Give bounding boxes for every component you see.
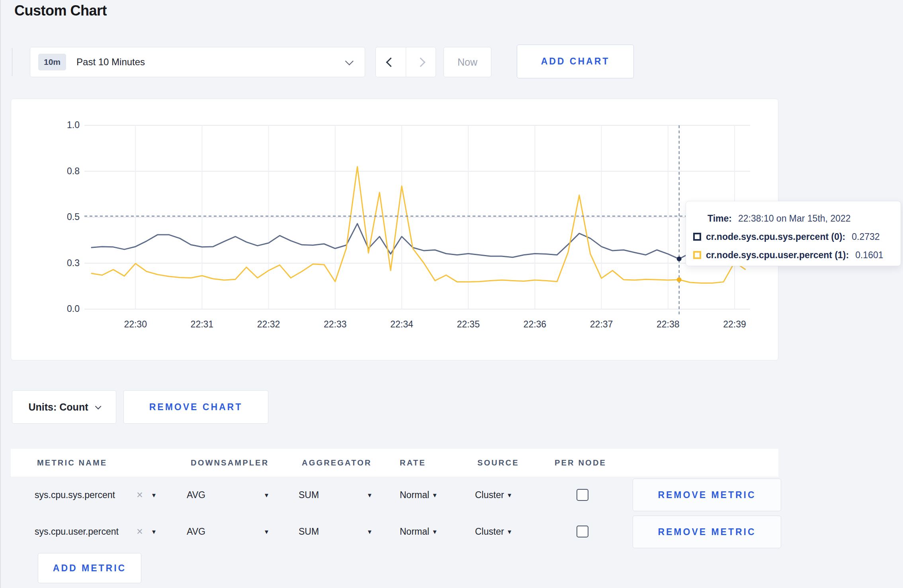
clear-metric-icon[interactable]: × — [137, 489, 143, 501]
remove-metric-button[interactable]: REMOVE METRIC — [633, 516, 781, 548]
per-node-checkbox[interactable] — [577, 526, 588, 537]
y-axis-tick-label: 0.3 — [56, 258, 80, 269]
col-header-per-node: PER NODE — [555, 458, 606, 467]
aggregator-select[interactable]: SUM — [299, 526, 319, 537]
metric-table-row: sys.cpu.user.percent × ▼ AVG ▼ SUM ▼ Nor… — [11, 513, 778, 550]
time-next-button[interactable] — [406, 47, 436, 77]
metrics-table-header: METRIC NAME DOWNSAMPLER AGGREGATOR RATE … — [11, 449, 778, 477]
time-range-selector[interactable]: 10m Past 10 Minutes — [30, 47, 365, 77]
clear-metric-icon[interactable]: × — [137, 526, 143, 538]
x-axis-tick-label: 22:37 — [578, 319, 625, 330]
col-header-aggregator: AGGREGATOR — [302, 458, 372, 467]
metric-name-select[interactable]: sys.cpu.user.percent — [35, 526, 119, 537]
x-axis-tick-label: 22:36 — [511, 319, 559, 330]
per-node-checkbox[interactable] — [577, 489, 588, 501]
chevron-down-icon — [345, 57, 354, 65]
y-axis-tick-label: 1.0 — [56, 120, 80, 130]
metric-name-select[interactable]: sys.cpu.sys.percent — [35, 490, 115, 500]
caret-down-icon: ▼ — [432, 492, 438, 498]
caret-down-icon: ▼ — [151, 528, 157, 535]
x-axis-tick-label: 22:30 — [111, 319, 159, 330]
chevron-left-icon — [386, 57, 395, 67]
col-header-metric-name: METRIC NAME — [37, 458, 107, 467]
x-axis-tick-label: 22:38 — [644, 319, 692, 330]
y-axis-tick-label: 0.8 — [56, 166, 80, 177]
x-axis-tick-label: 22:35 — [444, 319, 492, 330]
col-header-source: SOURCE — [477, 458, 519, 467]
remove-metric-label: REMOVE METRIC — [658, 490, 756, 500]
x-axis-tick-label: 22:34 — [378, 319, 426, 330]
x-axis-tick-label: 22:31 — [178, 319, 226, 330]
tooltip-time-row: Time: 22:38:10 on Mar 15th, 2022 — [708, 211, 889, 226]
tooltip-series-row: cr.node.sys.cpu.sys.percent (0): 0.2732 — [708, 229, 889, 244]
time-range-badge: 10m — [38, 54, 66, 70]
rate-select[interactable]: Normal ▼ — [400, 490, 438, 500]
remove-chart-button[interactable]: REMOVE CHART — [123, 390, 268, 424]
caret-down-icon: ▼ — [367, 492, 373, 498]
x-axis-tick-label: 22:33 — [311, 319, 359, 330]
caret-down-icon: ▼ — [506, 528, 512, 535]
series-sys-swatch-icon — [693, 233, 701, 241]
toolbar-divider — [12, 48, 12, 76]
time-range-label: Past 10 Minutes — [76, 56, 345, 68]
page-title: Custom Chart — [14, 2, 107, 19]
col-header-rate: RATE — [400, 458, 426, 467]
source-select[interactable]: Cluster ▼ — [475, 526, 512, 537]
tooltip-series-label: cr.node.sys.cpu.sys.percent (0): — [706, 232, 845, 242]
chevron-down-icon — [95, 403, 102, 409]
series-user-swatch-icon — [693, 251, 701, 259]
units-dropdown[interactable]: Units: Count — [12, 390, 116, 424]
x-axis-tick-label: 22:32 — [245, 319, 293, 330]
metric-table-row: sys.cpu.sys.percent × ▼ AVG ▼ SUM ▼ Norm… — [11, 477, 778, 513]
add-chart-button[interactable]: ADD CHART — [517, 45, 634, 78]
source-select[interactable]: Cluster ▼ — [475, 490, 512, 500]
tooltip-series-value: 0.2732 — [852, 232, 880, 242]
time-nav-group — [375, 47, 436, 77]
add-chart-label: ADD CHART — [541, 56, 610, 67]
window-edge — [0, 0, 1, 588]
tooltip-series-row: cr.node.sys.cpu.user.percent (1): 0.1601 — [708, 247, 889, 263]
time-prev-button[interactable] — [375, 47, 406, 77]
col-header-downsampler: DOWNSAMPLER — [191, 458, 269, 467]
downsampler-select[interactable]: AVG — [187, 490, 205, 500]
x-axis-tick-label: 22:39 — [711, 319, 758, 330]
tooltip-time-label: Time: — [708, 213, 732, 224]
tooltip-series-value: 0.1601 — [855, 250, 883, 261]
tooltip-time-value: 22:38:10 on Mar 15th, 2022 — [738, 213, 851, 224]
now-button[interactable]: Now — [444, 47, 491, 77]
remove-metric-button[interactable]: REMOVE METRIC — [633, 479, 781, 511]
y-axis-tick-label: 0.0 — [56, 304, 80, 314]
caret-down-icon: ▼ — [151, 492, 157, 498]
rate-select[interactable]: Normal ▼ — [400, 526, 438, 537]
caret-down-icon: ▼ — [367, 528, 373, 535]
aggregator-select[interactable]: SUM — [299, 490, 319, 500]
y-axis-tick-label: 0.5 — [56, 212, 80, 222]
caret-down-icon: ▼ — [264, 492, 270, 498]
units-label: Units: Count — [29, 401, 88, 413]
add-metric-button[interactable]: ADD METRIC — [38, 553, 141, 583]
tooltip-series-label: cr.node.sys.cpu.user.percent (1): — [706, 250, 849, 261]
remove-metric-label: REMOVE METRIC — [658, 527, 756, 537]
caret-down-icon: ▼ — [264, 528, 270, 535]
caret-down-icon: ▼ — [432, 528, 438, 535]
caret-down-icon: ▼ — [506, 492, 512, 498]
downsampler-select[interactable]: AVG — [187, 526, 205, 537]
chart-hover-tooltip: Time: 22:38:10 on Mar 15th, 2022 cr.node… — [686, 201, 901, 266]
remove-chart-label: REMOVE CHART — [149, 402, 243, 413]
chevron-right-icon — [416, 57, 426, 67]
add-metric-label: ADD METRIC — [53, 563, 126, 574]
